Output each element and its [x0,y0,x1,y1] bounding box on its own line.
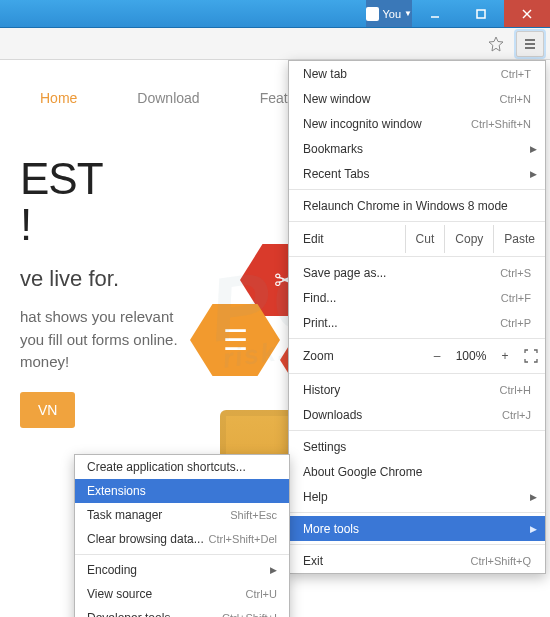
menu-zoom-row: Zoom – 100% + [289,342,545,370]
menu-print[interactable]: Print...Ctrl+P [289,310,545,335]
download-cta-button[interactable]: VN [20,392,75,428]
close-button[interactable] [504,0,550,27]
submenu-view-source[interactable]: View sourceCtrl+U [75,582,289,606]
hero-description: hat shows you relevant you fill out form… [20,306,280,374]
browser-toolbar [0,28,550,60]
chevron-right-icon: ▶ [530,144,537,154]
more-tools-submenu: Create application shortcuts... Extensio… [74,454,290,617]
menu-exit[interactable]: ExitCtrl+Shift+Q [289,548,545,573]
chevron-right-icon: ▶ [530,492,537,502]
menu-downloads[interactable]: DownloadsCtrl+J [289,402,545,427]
menu-more-tools[interactable]: More tools▶ [289,516,545,541]
submenu-extensions[interactable]: Extensions [75,479,289,503]
zoom-value: 100% [449,349,493,363]
chevron-right-icon: ▶ [270,565,277,575]
submenu-create-shortcut[interactable]: Create application shortcuts... [75,455,289,479]
svg-rect-1 [477,10,485,18]
menu-save-as[interactable]: Save page as...Ctrl+S [289,260,545,285]
menu-about[interactable]: About Google Chrome [289,459,545,484]
bookmark-star-button[interactable] [482,31,510,57]
menu-recent-tabs[interactable]: Recent Tabs▶ [289,161,545,186]
submenu-encoding[interactable]: Encoding▶ [75,558,289,582]
minimize-button[interactable] [412,0,458,27]
menu-new-window[interactable]: New windowCtrl+N [289,86,545,111]
nav-home[interactable]: Home [40,90,77,106]
chevron-down-icon: ▼ [404,9,412,18]
menu-button[interactable] [516,31,544,57]
menu-find[interactable]: Find...Ctrl+F [289,285,545,310]
chevron-right-icon: ▶ [530,169,537,179]
zoom-out-button[interactable]: – [425,349,449,363]
chevron-right-icon: ▶ [530,524,537,534]
menu-copy[interactable]: Copy [444,225,493,253]
menu-help[interactable]: Help▶ [289,484,545,509]
menu-relaunch-win8[interactable]: Relaunch Chrome in Windows 8 mode [289,193,545,218]
menu-edit-label: Edit [289,232,405,246]
submenu-dev-tools[interactable]: Developer toolsCtrl+Shift+I [75,606,289,617]
maximize-button[interactable] [458,0,504,27]
window-titlebar: You ▼ [0,0,550,28]
menu-paste[interactable]: Paste [493,225,545,253]
user-label: You [383,8,402,20]
chrome-menu: New tabCtrl+T New windowCtrl+N New incog… [288,60,546,574]
nav-download[interactable]: Download [137,90,199,106]
menu-new-tab[interactable]: New tabCtrl+T [289,61,545,86]
menu-cut[interactable]: Cut [405,225,445,253]
fullscreen-button[interactable] [517,349,545,363]
menu-bookmarks[interactable]: Bookmarks▶ [289,136,545,161]
zoom-in-button[interactable]: + [493,349,517,363]
user-badge[interactable]: You ▼ [366,0,412,27]
submenu-task-manager[interactable]: Task managerShift+Esc [75,503,289,527]
menu-zoom-label: Zoom [289,349,425,363]
menu-history[interactable]: HistoryCtrl+H [289,377,545,402]
menu-edit-row: Edit Cut Copy Paste [289,225,545,253]
user-icon [366,7,379,21]
menu-settings[interactable]: Settings [289,434,545,459]
submenu-clear-data[interactable]: Clear browsing data...Ctrl+Shift+Del [75,527,289,551]
menu-incognito[interactable]: New incognito windowCtrl+Shift+N [289,111,545,136]
